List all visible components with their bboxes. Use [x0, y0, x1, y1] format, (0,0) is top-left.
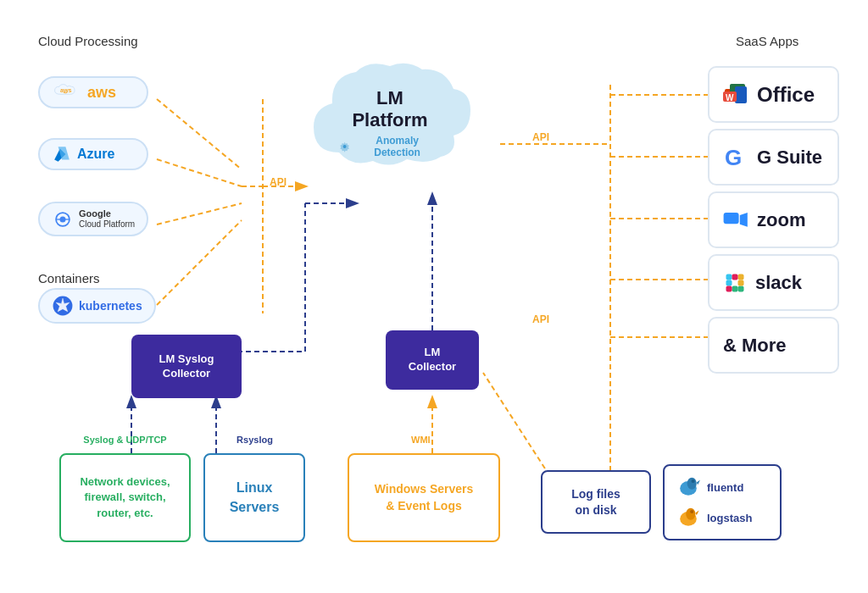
- svg-point-50: [687, 478, 697, 490]
- gsuite-box: G G Suite: [708, 129, 839, 186]
- svg-line-1: [157, 159, 242, 186]
- more-label: & More: [723, 335, 787, 357]
- syslog-label: Syslog & UDP/TCP: [59, 435, 191, 445]
- windows-servers-box: Windows Servers& Event Logs: [348, 453, 500, 542]
- svg-rect-43: [732, 285, 738, 291]
- api-label-right-top: API: [532, 131, 549, 143]
- svg-line-3: [157, 220, 242, 305]
- aws-label: aws: [87, 84, 116, 102]
- office-box: W Office: [708, 66, 839, 123]
- logstash-label: logstash: [707, 512, 752, 524]
- svg-rect-39: [724, 213, 739, 224]
- aws-box: aws aws: [38, 76, 148, 108]
- api-label-left: API: [270, 176, 287, 188]
- svg-text:G: G: [725, 145, 742, 170]
- log-files-label: Log fileson disk: [571, 486, 620, 517]
- more-box: & More: [708, 317, 839, 374]
- svg-text:aws: aws: [60, 86, 72, 94]
- zoom-label: zoom: [757, 209, 805, 231]
- gsuite-label: G Suite: [757, 147, 822, 169]
- fluentd-icon: [676, 475, 700, 499]
- linux-servers-box: LinuxServers: [203, 453, 305, 542]
- gear-icon: [339, 141, 350, 152]
- slack-box: slack: [708, 254, 839, 311]
- svg-line-2: [157, 203, 242, 224]
- architecture-diagram: Cloud Processing aws aws Azure Google Cl…: [0, 0, 868, 593]
- svg-point-53: [686, 508, 695, 520]
- kubernetes-box: kubernetes: [38, 288, 156, 324]
- svg-rect-48: [732, 274, 738, 280]
- slack-label: slack: [755, 272, 802, 294]
- lm-platform-cloud: LM Platform Anomaly Detection: [288, 51, 492, 186]
- api-label-right-bottom: API: [532, 313, 549, 325]
- lm-syslog-collector-box: LM Syslog Collector: [131, 335, 242, 398]
- kubernetes-icon: [52, 295, 74, 317]
- gsuite-icon: G: [723, 145, 748, 170]
- aws-icon: aws: [52, 83, 82, 102]
- svg-marker-40: [740, 213, 748, 227]
- lm-platform-subtitle: Anomaly Detection: [339, 135, 441, 158]
- azure-box: Azure: [38, 138, 148, 170]
- lm-platform-title: LM Platform: [339, 87, 441, 131]
- linux-servers-label: LinuxServers: [230, 479, 280, 517]
- svg-point-51: [692, 479, 695, 483]
- azure-label: Azure: [77, 147, 114, 162]
- logstash-item: logstash: [676, 506, 752, 529]
- rsyslog-label: Rsyslog: [210, 435, 299, 445]
- fluentd-item: fluentd: [676, 475, 743, 499]
- svg-rect-42: [726, 274, 732, 280]
- svg-rect-45: [738, 280, 744, 285]
- svg-rect-41: [726, 280, 732, 285]
- slack-icon: [723, 271, 747, 295]
- azure-icon: [52, 145, 72, 163]
- office-label: Office: [757, 83, 815, 107]
- google-cloud-box: Google Cloud Platform: [38, 202, 148, 236]
- svg-rect-47: [726, 285, 732, 291]
- fluentd-label: fluentd: [707, 481, 743, 494]
- svg-rect-46: [738, 274, 744, 280]
- lm-platform-text: LM Platform Anomaly Detection: [339, 87, 441, 158]
- containers-label: Containers: [38, 271, 100, 285]
- wmi-label: WMI: [411, 435, 431, 445]
- google-cloud-icon: [52, 210, 74, 229]
- network-devices-box: Network devices,firewall, switch,router,…: [59, 453, 191, 542]
- windows-servers-label: Windows Servers& Event Logs: [375, 481, 474, 514]
- lm-syslog-label: LM Syslog Collector: [159, 352, 214, 381]
- cloud-processing-label: Cloud Processing: [38, 34, 138, 48]
- svg-rect-35: [735, 86, 747, 103]
- logstash-icon: [676, 506, 700, 529]
- google-cloud-label: Google Cloud Platform: [79, 208, 135, 230]
- svg-rect-44: [738, 285, 744, 291]
- zoom-box: zoom: [708, 191, 839, 248]
- lm-collector-label: LM Collector: [409, 346, 456, 374]
- kubernetes-label: kubernetes: [79, 299, 142, 313]
- lm-collector-box: LM Collector: [386, 330, 479, 390]
- svg-text:W: W: [726, 93, 734, 103]
- office-icon: W: [723, 82, 748, 108]
- svg-point-54: [690, 510, 693, 513]
- zoom-icon: [723, 208, 748, 232]
- network-devices-label: Network devices,firewall, switch,router,…: [80, 474, 170, 521]
- saas-apps-label: SaaS Apps: [736, 34, 798, 48]
- log-files-box: Log fileson disk: [541, 470, 651, 534]
- log-tools-box: fluentd logstash: [663, 464, 782, 540]
- svg-line-0: [157, 99, 242, 169]
